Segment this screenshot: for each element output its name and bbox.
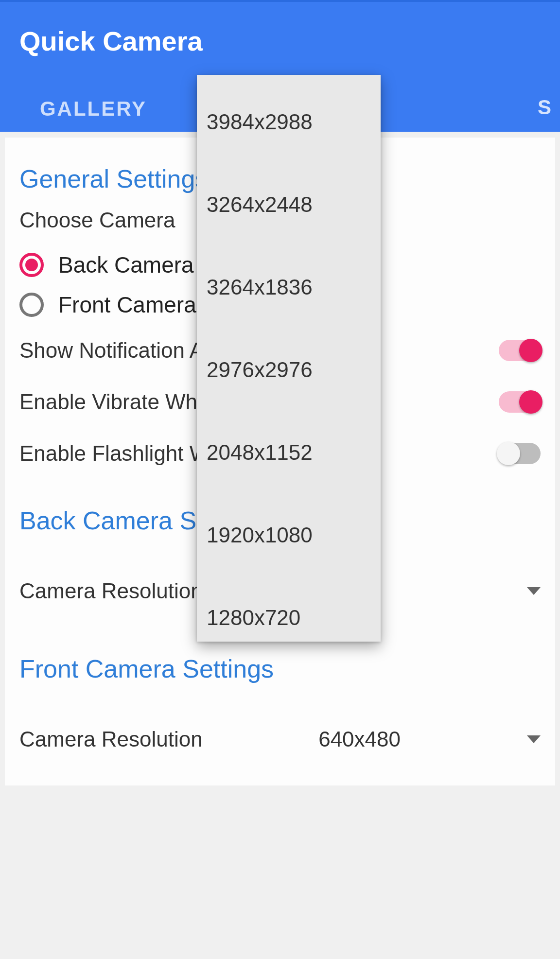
radio-label: Back Camera [58, 252, 194, 278]
app-title: Quick Camera [0, 2, 560, 57]
radio-icon [19, 253, 44, 277]
dropdown-item[interactable]: 1280x720 [197, 584, 381, 642]
spinner-value: 640x480 [318, 727, 401, 751]
switch-icon [499, 443, 541, 464]
dropdown-item[interactable]: 3264x2448 [197, 171, 381, 254]
spinner-label: Camera Resolution [19, 579, 203, 603]
radio-label: Front Camera [58, 292, 196, 318]
spinner-label: Camera Resolution [19, 727, 203, 751]
dropdown-item[interactable]: 2976x2976 [197, 336, 381, 419]
front-resolution-spinner[interactable]: Camera Resolution 640x480 [19, 693, 541, 766]
dropdown-item[interactable]: 1920x1080 [197, 502, 381, 584]
switch-icon [499, 391, 541, 413]
chevron-down-icon [527, 587, 541, 595]
tab-right[interactable] [373, 86, 560, 132]
tab-right-hint: S [538, 96, 551, 119]
dropdown-item[interactable]: 2048x1152 [197, 419, 381, 502]
dropdown-item[interactable]: 3984x2988 [197, 88, 381, 171]
resolution-dropdown: 3984x2988 3264x2448 3264x1836 2976x2976 … [197, 75, 381, 642]
dropdown-item[interactable]: 3264x1836 [197, 254, 381, 336]
radio-icon [19, 293, 44, 317]
switch-icon [499, 340, 541, 361]
tab-gallery[interactable]: GALLERY [0, 86, 187, 132]
chevron-down-icon [527, 735, 541, 743]
